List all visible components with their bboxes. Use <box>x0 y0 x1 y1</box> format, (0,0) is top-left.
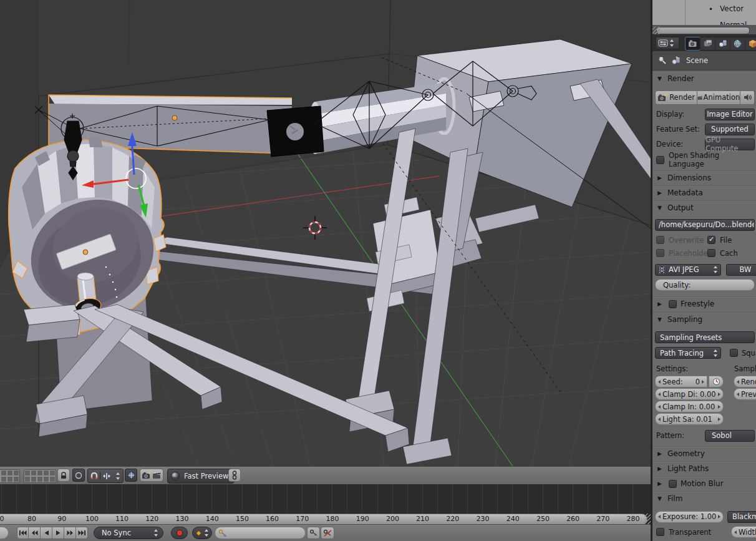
opengl-render-camera-icon[interactable] <box>142 471 151 479</box>
overwrite-checkbox[interactable] <box>656 236 664 244</box>
exposure-field[interactable]: Exposure: 1.00 <box>655 511 724 523</box>
section-metadata[interactable]: ▶Metadata <box>652 185 756 200</box>
quality-slider[interactable]: Quality: <box>655 279 755 291</box>
layer-toggle[interactable] <box>43 470 49 476</box>
snap-mode-stepper[interactable] <box>115 472 121 480</box>
layer-toggle[interactable] <box>49 476 56 482</box>
filter-width-field[interactable]: Width: <box>731 526 756 538</box>
timeline-ruler[interactable]: 0809010011012013014015016017018019020021… <box>0 514 647 524</box>
corner-grip[interactable] <box>645 514 651 524</box>
layer-toggle[interactable] <box>1 476 7 482</box>
layer-toggle[interactable] <box>49 470 56 476</box>
sampling-presets-dropdown[interactable]: Sampling Presets <box>655 331 755 343</box>
section-sampling[interactable]: ▼Sampling <box>652 312 756 326</box>
timeline-ruler-wrap[interactable]: 0809010011012013014015016017018019020021… <box>0 514 651 524</box>
lock-button[interactable] <box>57 469 70 482</box>
feature-set-dropdown[interactable]: Supported <box>705 124 755 135</box>
insert-keyframe-button[interactable] <box>307 527 320 539</box>
viewport-canvas[interactable] <box>0 0 651 466</box>
snap-target-button[interactable] <box>125 469 137 482</box>
bw-button[interactable]: BW <box>726 264 756 276</box>
timeline-band[interactable] <box>0 484 651 514</box>
menu-item-normal[interactable]: Normal <box>720 21 747 25</box>
keying-set-field[interactable] <box>215 527 306 539</box>
motion-blur-checkbox[interactable] <box>669 480 677 488</box>
render-button[interactable]: Render <box>655 90 697 105</box>
display-dropdown[interactable]: Image Editor <box>705 109 755 120</box>
section-light-paths[interactable]: ▶Light Paths <box>652 461 756 475</box>
layer-toggle[interactable] <box>31 470 37 476</box>
section-render[interactable]: ▼Render <box>652 71 756 85</box>
layer-toggle[interactable] <box>31 476 37 482</box>
menu-item-vector[interactable]: Vector <box>720 4 744 13</box>
snap-element-button[interactable] <box>100 472 112 480</box>
fast-preview-dropdown[interactable]: Fast Preview <box>167 469 235 484</box>
breadcrumb-label[interactable]: Scene <box>686 56 708 65</box>
layer-toggle[interactable] <box>13 476 19 482</box>
scrollbar-thumb[interactable] <box>656 27 750 34</box>
placeholders-checkbox[interactable] <box>656 249 664 257</box>
render-samples-field[interactable]: Rende <box>734 376 756 387</box>
file-format-dropdown[interactable]: AVI JPEG <box>655 264 721 276</box>
keying-mode-dropdown[interactable] <box>192 527 212 539</box>
device-dropdown[interactable]: GPU Compute <box>705 139 755 150</box>
seed-field[interactable]: Seed: 0 <box>655 376 707 387</box>
proportional-edit-button[interactable] <box>72 469 85 482</box>
pin-icon[interactable] <box>657 56 667 66</box>
object-tab[interactable] <box>745 37 756 50</box>
square-samples-checkbox[interactable] <box>730 349 738 357</box>
scene-tab[interactable] <box>715 37 730 50</box>
pattern-dropdown[interactable]: Sobol <box>705 430 755 442</box>
layer-toggle[interactable] <box>24 470 31 476</box>
clamp-direct-field[interactable]: Clamp Di: 0.00 <box>655 388 724 400</box>
layer-toggle[interactable] <box>7 470 13 476</box>
corner-grip[interactable] <box>652 27 660 34</box>
file-checkbox[interactable] <box>707 236 715 244</box>
layer-toggle[interactable] <box>1 470 7 476</box>
pixel-filter-dropdown[interactable]: Blackm <box>727 511 756 523</box>
section-dimensions[interactable]: ▶Dimensions <box>652 170 756 185</box>
magnet-button[interactable] <box>88 472 100 480</box>
cache-checkbox[interactable] <box>707 249 715 257</box>
render-tab[interactable] <box>686 37 700 50</box>
layer-toggle[interactable] <box>24 476 31 482</box>
opengl-render-anim-icon[interactable] <box>152 471 162 479</box>
section-film[interactable]: ▼Film <box>652 491 756 505</box>
freestyle-checkbox[interactable] <box>669 300 677 308</box>
play-reverse-button[interactable] <box>41 527 52 539</box>
jump-to-start-button[interactable] <box>17 527 29 539</box>
sync-mode-dropdown[interactable]: No Sync <box>94 527 163 539</box>
render-animation-button[interactable]: Animation <box>697 90 740 105</box>
light-sampling-field[interactable]: Light Sa: 0.01 <box>655 413 724 425</box>
black-plate[interactable] <box>267 106 324 157</box>
section-geometry[interactable]: ▶Geometry <box>652 446 756 461</box>
chain-button[interactable] <box>228 469 241 482</box>
seed-animate-button[interactable] <box>709 376 724 387</box>
world-tab[interactable] <box>730 37 745 50</box>
transparent-checkbox[interactable] <box>656 528 664 536</box>
preview-samples-field[interactable]: Previe <box>734 388 756 400</box>
osl-checkbox[interactable] <box>656 156 664 164</box>
layer-toggle[interactable] <box>37 470 43 476</box>
integrator-dropdown[interactable]: Path Tracing <box>655 347 721 359</box>
section-motion-blur[interactable]: ▶ Motion Blur <box>652 476 756 490</box>
clamp-indirect-field[interactable]: Clamp In: 0.00 <box>655 401 724 412</box>
section-freestyle[interactable]: ▶ Freestyle <box>652 296 756 311</box>
render-layers-tab[interactable] <box>700 37 715 50</box>
section-output[interactable]: ▼Output <box>652 200 756 215</box>
3d-viewport[interactable] <box>0 0 651 466</box>
editor-type-button[interactable] <box>656 37 679 49</box>
output-path-field[interactable]: /home/ksepuru/Do...blender/ren <box>655 219 755 231</box>
layer-toggle[interactable] <box>13 470 19 476</box>
jump-to-end-button[interactable] <box>76 527 88 539</box>
layer-toggle[interactable] <box>43 476 49 482</box>
layer-toggle[interactable] <box>7 476 13 482</box>
prev-keyframe-button[interactable] <box>29 527 41 539</box>
render-audio-button[interactable] <box>740 90 755 105</box>
horizontal-scrollbar[interactable] <box>652 25 756 34</box>
play-forward-button[interactable] <box>52 527 64 539</box>
auto-keyframe-button[interactable] <box>171 527 188 539</box>
next-keyframe-button[interactable] <box>64 527 76 539</box>
partial-field[interactable] <box>0 527 9 539</box>
delete-keyframe-button[interactable] <box>321 527 334 539</box>
